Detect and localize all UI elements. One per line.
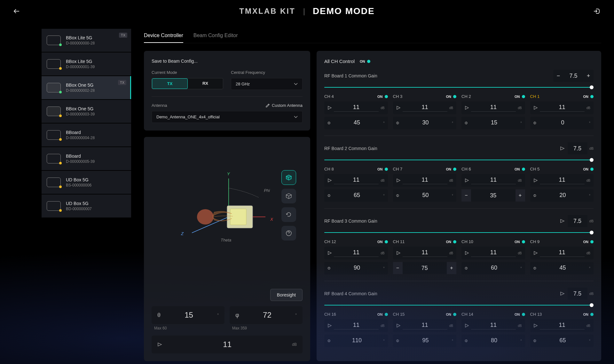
device-item[interactable]: BBox Lite 5G D-000000001-39 — [42, 52, 131, 75]
phase-minus[interactable]: − — [461, 189, 471, 202]
gain-input[interactable]: 11 dB — [324, 101, 388, 114]
device-item[interactable]: BBox One 5G D-000000002-28 TX — [42, 76, 131, 99]
slider-thumb[interactable] — [590, 231, 594, 234]
phase-plus[interactable]: + — [447, 262, 456, 274]
beam-viz[interactable]: Y X Z Phi Theta — [152, 145, 303, 289]
device-item[interactable]: BBoard D-000000004-28 — [42, 123, 131, 146]
phase-plus[interactable]: + — [516, 189, 525, 202]
channel-toggle[interactable]: ON — [583, 167, 594, 171]
slider-thumb[interactable] — [590, 303, 594, 307]
gain-slider[interactable] — [324, 160, 594, 160]
gain-slider[interactable] — [324, 232, 594, 233]
login-button[interactable] — [593, 7, 601, 15]
device-item[interactable]: BBox Lite 5G D-000000000-28 TX — [42, 29, 131, 52]
gain-input[interactable]: 11 dB — [530, 101, 594, 114]
phase-minus[interactable]: − — [393, 262, 403, 274]
slider-thumb[interactable] — [590, 158, 594, 162]
phase-input[interactable]: Φ 60 ° — [461, 262, 525, 274]
phase-input[interactable]: Φ 15 ° — [461, 117, 525, 129]
channel-toggle[interactable]: ON — [583, 240, 594, 244]
gain-input[interactable]: 11 dB — [324, 319, 388, 332]
gain-input[interactable]: 11 dB — [461, 174, 525, 187]
channel-toggle[interactable]: ON — [446, 167, 457, 171]
device-item[interactable]: BBox One 5G D-000000003-39 — [42, 100, 131, 123]
antenna-select[interactable]: Demo_Antenna_ONE_4x4_official — [152, 111, 303, 123]
gain-input[interactable]: 11 dB — [461, 101, 525, 114]
all-ch-toggle[interactable]: ON — [360, 59, 370, 63]
gain-value[interactable]: 7.5 — [568, 288, 587, 300]
cube-icon — [285, 193, 292, 200]
channel-toggle[interactable]: ON — [377, 95, 388, 99]
gain-value[interactable]: 7.5 — [568, 215, 587, 227]
tab-beam-config[interactable]: Beam Config Editor — [193, 29, 238, 43]
rf-board-section: RF Board 4 Common Gain 7.5 dB CH 16 ON 1… — [324, 281, 594, 353]
gain-value[interactable]: 7.5 — [563, 70, 583, 82]
channel-toggle[interactable]: ON — [515, 167, 525, 171]
channel-toggle[interactable]: ON — [515, 313, 525, 316]
viz-tool-help[interactable] — [281, 226, 296, 241]
phi-input[interactable]: φ 72 ° — [230, 306, 303, 324]
phase-input[interactable]: Φ 65 ° — [530, 335, 594, 347]
phase-input[interactable]: Φ 110 ° — [324, 335, 388, 347]
back-button[interactable] — [13, 7, 20, 15]
gain-slider[interactable] — [324, 87, 594, 88]
device-item[interactable]: UD Box 5G BD-000000007 — [42, 194, 131, 218]
device-item[interactable]: UD Box 5G BS-000000006 — [42, 171, 131, 194]
gain-input[interactable]: 11 dB — [393, 247, 457, 259]
phase-input[interactable]: Φ 50 ° — [393, 189, 457, 202]
mode-tx[interactable]: TX — [152, 78, 188, 89]
channel-toggle[interactable]: ON — [515, 95, 525, 99]
channel-toggle[interactable]: ON — [446, 313, 457, 316]
channel-toggle[interactable]: ON — [583, 313, 594, 316]
gain-minus[interactable]: − — [553, 70, 563, 82]
slider-thumb[interactable] — [590, 85, 594, 89]
channel-toggle[interactable]: ON — [515, 240, 525, 244]
gain-input[interactable]: 11 dB — [393, 174, 457, 187]
save-beam-config[interactable]: Save to Beam Config... — [152, 59, 303, 64]
gain-input[interactable]: 11 dB — [324, 247, 388, 259]
phase-input[interactable]: Φ 30 ° — [393, 117, 457, 129]
device-item[interactable]: BBoard D-000000005-39 — [42, 147, 131, 170]
phase-icon: Φ — [465, 339, 468, 343]
gain-input[interactable]: 11 dB — [324, 174, 388, 187]
gain-input[interactable]: 11 dB — [530, 247, 594, 259]
channel-toggle[interactable]: ON — [583, 95, 594, 99]
freq-select[interactable]: 28 GHz — [231, 78, 303, 90]
gain-input[interactable]: 11 dB — [393, 101, 457, 114]
channel-toggle[interactable]: ON — [377, 240, 388, 244]
phase-input[interactable]: Φ 90 ° — [324, 262, 388, 274]
tab-controller[interactable]: Device Controller — [144, 29, 183, 43]
phase-input[interactable]: Φ 45 ° — [530, 262, 594, 274]
viz-tool-box[interactable] — [281, 189, 296, 203]
viz-tool-reset[interactable] — [281, 207, 296, 222]
theta-input[interactable]: θ 15 ° — [152, 306, 224, 324]
channel-toggle[interactable]: ON — [377, 167, 388, 171]
gain-input[interactable]: 11 dB — [393, 319, 457, 332]
mode-rx[interactable]: RX — [188, 78, 223, 89]
gain-plus[interactable]: + — [583, 70, 594, 82]
gain-value[interactable]: 7.5 — [568, 142, 587, 154]
gain-input[interactable]: 11 dB — [461, 319, 525, 332]
gain-input[interactable]: 11 dB — [530, 319, 594, 332]
phase-input[interactable]: Φ 65 ° — [324, 189, 388, 202]
gain-input[interactable]: 11 dB — [461, 247, 525, 259]
boresight-button[interactable]: Boresight — [270, 289, 303, 301]
phase-input[interactable]: Φ 80 ° — [461, 335, 525, 347]
gain-adjust: − 7.5 + — [553, 70, 594, 82]
phase-input[interactable]: Φ 20 ° — [530, 189, 594, 202]
phase-input[interactable]: Φ 95 ° — [393, 335, 457, 347]
channel-toggle[interactable]: ON — [446, 240, 457, 244]
gain-input[interactable]: 11 dB — [530, 174, 594, 187]
device-id: D-000000005-39 — [66, 159, 126, 164]
viz-tool-3d[interactable] — [281, 170, 296, 185]
amp-icon — [465, 106, 469, 110]
channel-toggle[interactable]: ON — [377, 313, 388, 316]
gain-slider[interactable] — [324, 305, 594, 305]
on-dot-icon — [385, 95, 388, 98]
channel-toggle[interactable]: ON — [446, 95, 457, 99]
phase-input[interactable]: Φ 45 ° — [324, 117, 388, 129]
custom-antenna-button[interactable]: Custom Antenna — [265, 103, 303, 108]
gain-input[interactable]: 11 dB — [152, 336, 303, 353]
phase-input[interactable]: Φ 0 ° — [530, 117, 594, 129]
phase-input: − 35 + — [461, 189, 525, 202]
